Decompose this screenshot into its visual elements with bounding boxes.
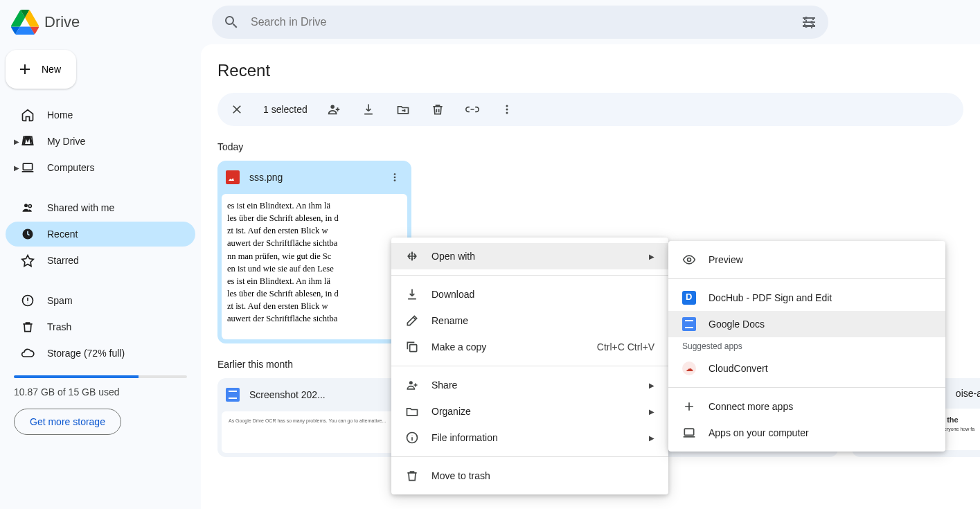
share-person-icon[interactable]: [326, 101, 342, 118]
link-icon[interactable]: [464, 101, 481, 118]
svg-point-14: [506, 112, 508, 114]
menu-item-label: Move to trash: [431, 470, 490, 481]
sidebar-item-label: Computers: [47, 162, 94, 173]
page-title: Recent: [217, 61, 963, 80]
home-icon: [19, 108, 36, 122]
sidebar-item-storage[interactable]: Storage (72% full): [6, 341, 195, 366]
cloud-icon: [19, 346, 36, 360]
submenu-arrow-icon: ▶: [649, 253, 654, 260]
menu-item-make-copy[interactable]: Make a copy Ctrl+C Ctrl+V: [391, 334, 668, 360]
sidebar-item-trash[interactable]: Trash: [6, 314, 195, 339]
menu-separator: [391, 456, 668, 457]
file-name: sss.png: [249, 172, 377, 183]
docs-app-icon: [682, 317, 696, 331]
submenu-section-label: Suggested apps: [668, 337, 945, 355]
menu-item-rename[interactable]: Rename: [391, 307, 668, 334]
file-more-icon[interactable]: [386, 169, 403, 186]
people-icon: [19, 201, 36, 215]
info-icon: [405, 431, 419, 445]
submenu-item-cloudconvert[interactable]: ☁ CloudConvert: [668, 355, 945, 382]
submenu-item-dochub[interactable]: DocHub - PDF Sign and Edit: [668, 285, 945, 311]
plus-icon: [17, 61, 33, 78]
new-button[interactable]: New: [6, 50, 76, 89]
submenu-arrow-icon: ▶: [649, 408, 654, 416]
menu-item-download[interactable]: Download: [391, 281, 668, 307]
sidebar-item-starred[interactable]: Starred: [6, 248, 195, 273]
star-icon: [19, 253, 36, 267]
trash-icon: [405, 469, 419, 483]
menu-separator: [668, 387, 945, 388]
submenu-item-preview[interactable]: Preview: [668, 247, 945, 273]
sidebar-item-label: Home: [47, 109, 73, 120]
submenu-item-label: Preview: [709, 254, 743, 265]
submenu-item-apps-on-computer[interactable]: Apps on your computer: [668, 420, 945, 446]
sidebar-item-label: Starred: [47, 255, 79, 266]
sidebar: New Home ▶ My Drive ▶ Computers Shared w…: [0, 44, 201, 440]
file-thumbnail: As Google Drive OCR has so many problems…: [222, 411, 407, 453]
folder-icon: [405, 404, 419, 418]
expand-chevron-icon[interactable]: ▶: [14, 164, 21, 172]
sidebar-item-home[interactable]: Home: [6, 102, 195, 127]
sidebar-item-label: Recent: [47, 229, 78, 240]
submenu-arrow-icon: ▶: [649, 382, 654, 389]
svg-point-22: [409, 381, 413, 384]
sidebar-item-label: My Drive: [47, 136, 85, 147]
sidebar-item-spam[interactable]: Spam: [6, 288, 195, 313]
download-icon[interactable]: [360, 101, 377, 118]
context-menu: Open with ▶ Download Rename Make a copy …: [391, 238, 668, 494]
submenu-item-google-docs[interactable]: Google Docs: [668, 311, 945, 337]
more-icon[interactable]: [499, 101, 515, 118]
submenu-arrow-icon: ▶: [649, 434, 654, 442]
sidebar-item-label: Trash: [47, 321, 71, 332]
menu-item-label: Rename: [431, 315, 468, 326]
cloudconvert-icon: ☁: [682, 361, 696, 375]
sidebar-item-recent[interactable]: Recent: [6, 222, 195, 247]
close-selection-icon[interactable]: [229, 101, 245, 118]
svg-rect-5: [23, 163, 32, 170]
download-icon: [405, 287, 419, 301]
move-icon[interactable]: [395, 101, 411, 118]
menu-item-open-with[interactable]: Open with ▶: [391, 243, 668, 269]
submenu-item-connect-apps[interactable]: Connect more apps: [668, 393, 945, 420]
docs-file-icon: [226, 388, 240, 402]
dochub-icon: [682, 291, 696, 305]
svg-point-2: [805, 25, 808, 28]
svg-point-1: [810, 21, 813, 24]
get-more-storage-button[interactable]: Get more storage: [14, 409, 121, 435]
menu-item-share[interactable]: Share ▶: [391, 372, 668, 398]
svg-marker-9: [22, 256, 34, 267]
search-icon[interactable]: [223, 14, 240, 30]
menu-item-move-to-trash[interactable]: Move to trash: [391, 463, 668, 489]
search-input[interactable]: [251, 16, 790, 28]
menu-item-label: File information: [431, 432, 498, 443]
svg-rect-21: [410, 345, 417, 352]
laptop-icon: [682, 426, 696, 440]
open-with-icon: [405, 249, 419, 263]
svg-rect-25: [684, 429, 693, 435]
svg-point-13: [506, 109, 508, 111]
search-bar[interactable]: [212, 6, 828, 39]
new-button-label: New: [42, 64, 61, 75]
menu-item-label: Share: [431, 379, 457, 391]
sidebar-item-shared[interactable]: Shared with me: [6, 195, 195, 220]
keyboard-shortcut: Ctrl+C Ctrl+V: [597, 341, 654, 352]
file-card[interactable]: Screenshot 202... As Google Drive OCR ha…: [217, 378, 411, 457]
app-name: Drive: [44, 13, 80, 31]
menu-separator: [668, 278, 945, 279]
expand-chevron-icon[interactable]: ▶: [14, 138, 21, 145]
clock-icon: [19, 227, 36, 241]
logo-block[interactable]: Drive: [11, 8, 212, 36]
svg-point-15: [394, 173, 396, 175]
share-person-icon: [405, 378, 419, 392]
sidebar-item-computers[interactable]: ▶ Computers: [6, 155, 195, 180]
menu-item-organize[interactable]: Organize ▶: [391, 398, 668, 425]
delete-icon[interactable]: [429, 101, 446, 118]
svg-point-7: [28, 204, 31, 207]
menu-item-file-info[interactable]: File information ▶: [391, 425, 668, 451]
sidebar-item-my-drive[interactable]: ▶ My Drive: [6, 129, 195, 154]
menu-item-label: Open with: [431, 251, 475, 262]
submenu-item-label: CloudConvert: [709, 363, 768, 374]
file-card-selected[interactable]: sss.png es ist ein Blindtext. An ihm lä …: [217, 161, 411, 343]
search-options-icon[interactable]: [801, 14, 817, 30]
spam-icon: [19, 294, 36, 307]
